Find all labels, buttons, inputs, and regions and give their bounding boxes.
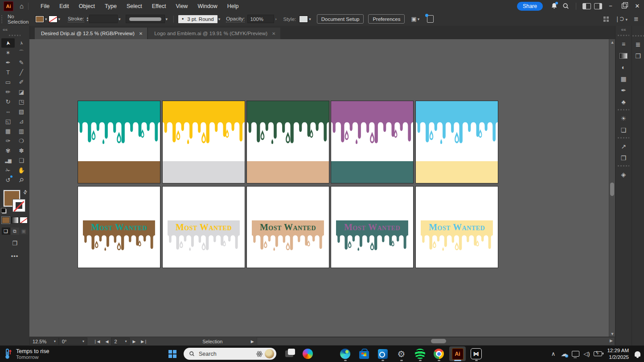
menu-view[interactable]: View: [171, 3, 193, 9]
color-button[interactable]: [2, 217, 10, 224]
panel-grip[interactable]: [618, 109, 629, 110]
draw-behind-icon[interactable]: ⧉: [11, 228, 19, 235]
type-tool[interactable]: T: [1, 68, 15, 77]
taskbar-app-capcut[interactable]: ⋈: [468, 346, 484, 361]
workspace-switcher-icon[interactable]: ≣: [634, 16, 639, 22]
default-fill-stroke-icon[interactable]: [2, 209, 6, 213]
arrange-documents-menu-icon[interactable]: ❘Ɔ ▾: [615, 16, 628, 22]
tray-onedrive-icon[interactable]: ☁: [560, 349, 568, 359]
blend-tool[interactable]: ❍: [15, 136, 28, 146]
taskbar-app-outlook[interactable]: [374, 346, 391, 361]
menu-file[interactable]: File: [36, 3, 54, 9]
artboard-logo-purple-on-teal[interactable]: Most Wanted: [331, 186, 414, 268]
document-setup-button[interactable]: Document Setup: [317, 14, 364, 24]
artboard-logo-yellow-on-gray[interactable]: Most Wanted: [162, 186, 245, 268]
vertical-scroll-thumb[interactable]: [610, 183, 614, 196]
none-button[interactable]: [20, 217, 28, 224]
symbol-sprayer-tool[interactable]: ✾: [1, 146, 15, 155]
last-artboard-button[interactable]: ▶❘: [138, 339, 150, 344]
taskbar-app-chrome[interactable]: [431, 346, 447, 361]
chevron-down-icon[interactable]: ▾: [218, 17, 221, 21]
column-graph-tool[interactable]: ▂▆: [1, 156, 15, 165]
home-icon[interactable]: ⌂: [20, 2, 24, 10]
weather-widget[interactable]: Temps to rise Tomorrow: [4, 346, 49, 362]
appearance-icon[interactable]: ☀: [615, 113, 632, 124]
tab-desired-drip[interactable]: Desired Drip.ai @ 12.5 % (RGB/Preview) ✕: [35, 28, 147, 39]
tab-logo-and-emblem[interactable]: Logo and Emblem.ai @ 19.91 % (CMYK/Previ…: [148, 28, 280, 39]
transparency-icon[interactable]: ◐: [615, 61, 632, 73]
menu-edit[interactable]: Edit: [54, 3, 74, 9]
zoom-level-field[interactable]: 12.5% ▾: [29, 338, 59, 345]
rotate-tool[interactable]: ↻: [1, 97, 15, 106]
horizontal-scroll-thumb[interactable]: [431, 339, 446, 343]
draw-inside-icon[interactable]: ▣: [20, 228, 28, 235]
slice-tool[interactable]: ✁: [1, 166, 15, 175]
lasso-tool[interactable]: ⌒: [15, 48, 28, 57]
arrange-documents-icon[interactable]: [581, 1, 592, 11]
taskbar-app-edge[interactable]: [337, 346, 353, 361]
gradient-icon[interactable]: [615, 50, 632, 61]
stroke-weight-stepper[interactable]: ▴▾: [87, 16, 89, 22]
panel-grip[interactable]: [632, 35, 644, 37]
panel-grip[interactable]: [618, 137, 629, 138]
eraser-tool[interactable]: ◪: [15, 87, 28, 97]
start-button[interactable]: [167, 348, 178, 360]
rotation-field[interactable]: 0° ▾: [59, 338, 87, 345]
selection-tool[interactable]: ➤: [1, 38, 15, 48]
tray-volume-icon[interactable]: ◁): [582, 349, 591, 359]
collapse-panel-icon[interactable]: ««: [0, 26, 29, 33]
gradient-button[interactable]: [11, 217, 19, 224]
preferences-button[interactable]: Preferences: [368, 14, 405, 24]
mesh-tool[interactable]: ▦: [1, 126, 15, 136]
magic-wand-tool[interactable]: ✶: [1, 48, 15, 57]
chevron-down-icon[interactable]: ▾: [45, 17, 47, 21]
tray-cast-display-icon[interactable]: [571, 349, 579, 359]
touch-workspace-icon[interactable]: [603, 16, 609, 22]
screen-mode-icon[interactable]: ❐: [10, 240, 20, 247]
opacity-label[interactable]: Opacity:: [226, 16, 245, 22]
panel-grip[interactable]: [618, 35, 629, 36]
close-icon[interactable]: ✕: [139, 31, 143, 36]
swatches-icon[interactable]: ≡: [615, 38, 632, 50]
taskbar-app-store[interactable]: [356, 346, 372, 361]
free-transform-tool[interactable]: ▧: [15, 107, 28, 116]
properties-icon[interactable]: ≣: [632, 39, 644, 50]
align-to-selection-icon[interactable]: ▣: [411, 16, 416, 22]
first-artboard-button[interactable]: ❘◀: [91, 339, 103, 344]
scale-tool[interactable]: ◳: [15, 97, 28, 106]
swap-fill-stroke-icon[interactable]: ⇄: [22, 189, 29, 196]
chevron-down-icon[interactable]: ▾: [418, 17, 420, 21]
rotate-view-tool[interactable]: ↺: [1, 175, 15, 185]
artboard-drip-yellow-on-gray[interactable]: [162, 101, 245, 183]
menu-select[interactable]: Select: [122, 3, 147, 9]
status-expand-icon[interactable]: ▶: [248, 339, 257, 344]
perspective-grid-tool[interactable]: ⊿: [15, 117, 28, 126]
menu-effect[interactable]: Effect: [147, 3, 171, 9]
close-button[interactable]: ✕: [631, 0, 644, 12]
taskbar-app-settings[interactable]: ⚙: [393, 346, 410, 361]
taskbar-app-illustrator[interactable]: Ai: [449, 346, 466, 361]
share-button[interactable]: Share: [517, 2, 543, 11]
artboard-drip-green-on-tan[interactable]: [246, 101, 329, 183]
curvature-tool[interactable]: ✎: [15, 58, 28, 67]
fill-color-swatch[interactable]: [35, 16, 44, 23]
stroke-label[interactable]: Stroke:: [68, 16, 84, 22]
artboard-number-field[interactable]: 2 ▾: [111, 338, 130, 345]
symbol-shifter-tool[interactable]: ✽: [15, 146, 28, 155]
clock[interactable]: 12:29 AM 1/2/2025: [607, 347, 629, 361]
pencil-tool[interactable]: ✏: [1, 87, 15, 97]
stroke-color-swatch[interactable]: [49, 16, 57, 23]
horizontal-scrollbar[interactable]: ▶: [257, 337, 615, 346]
pattern-options-icon[interactable]: ▦: [615, 73, 632, 85]
scroll-up-icon[interactable]: ▲: [609, 40, 615, 45]
artboard-tool[interactable]: ❑: [15, 156, 28, 165]
menu-window[interactable]: Window: [193, 3, 222, 9]
artboard-logo-blue-on-cream[interactable]: Most Wanted: [415, 186, 498, 268]
stroke-none-indicator[interactable]: [13, 199, 25, 212]
chevron-down-icon[interactable]: ▾: [309, 17, 311, 21]
zoom-tool[interactable]: ⚲: [15, 175, 28, 185]
layers-icon[interactable]: ◈: [615, 169, 632, 180]
rectangle-tool[interactable]: ▭: [1, 77, 15, 87]
illustrator-app-icon[interactable]: Ai: [4, 1, 13, 11]
panel-grip[interactable]: [618, 165, 629, 167]
